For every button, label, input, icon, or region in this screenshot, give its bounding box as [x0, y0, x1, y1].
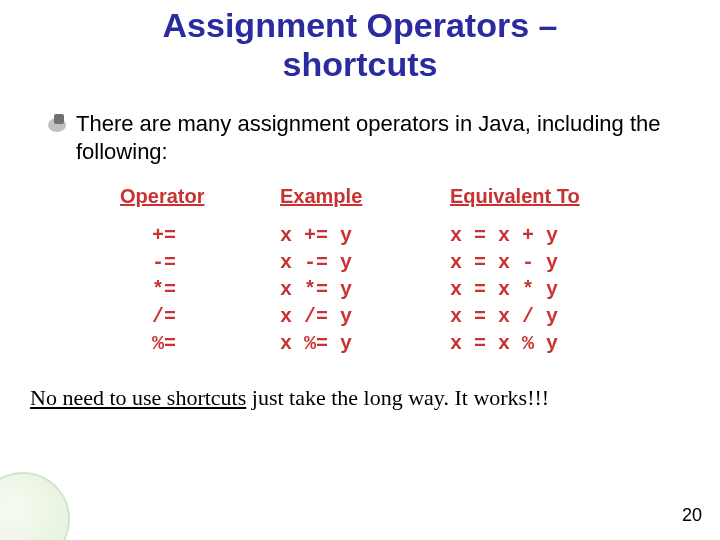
- footer-rest: just take the long way. It works!!!: [246, 385, 549, 410]
- page-number: 20: [682, 505, 702, 526]
- column-body-equivalent: x = x + y x = x - y x = x * y x = x / y …: [450, 222, 670, 357]
- bullet-text: There are many assignment operators in J…: [76, 110, 680, 165]
- column-header-equivalent: Equivalent To: [450, 185, 670, 208]
- column-example: Example x += y x -= y x *= y x /= y x %=…: [280, 185, 450, 357]
- footer-underlined: No need to use shortcuts: [30, 385, 246, 410]
- title-line-2: shortcuts: [283, 45, 438, 83]
- bullet-item: There are many assignment operators in J…: [48, 110, 680, 165]
- corner-decoration-icon: [0, 472, 70, 540]
- title-line-1: Assignment Operators –: [163, 6, 558, 44]
- column-operator: Operator += -= *= /= %=: [120, 185, 280, 357]
- column-header-operator: Operator: [120, 185, 280, 208]
- column-header-example: Example: [280, 185, 450, 208]
- slide-title: Assignment Operators – shortcuts: [0, 6, 720, 84]
- operators-table: Operator += -= *= /= %= Example x += y x…: [120, 185, 720, 357]
- footer-note: No need to use shortcuts just take the l…: [30, 385, 720, 411]
- bullet-icon: [48, 114, 76, 140]
- column-body-example: x += y x -= y x *= y x /= y x %= y: [280, 222, 450, 357]
- column-equivalent: Equivalent To x = x + y x = x - y x = x …: [450, 185, 670, 357]
- column-body-operator: += -= *= /= %=: [120, 222, 280, 357]
